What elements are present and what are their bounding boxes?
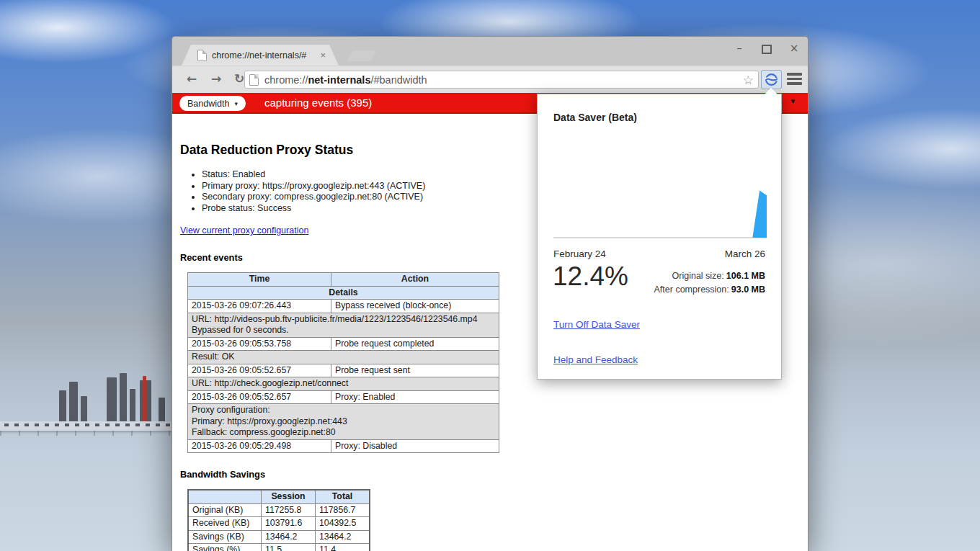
bookmark-star-icon[interactable]: ☆	[743, 73, 754, 87]
url-text: chrome://net-internals/#bandwidth	[264, 74, 743, 86]
event-action-cell: Probe request sent	[331, 364, 499, 377]
toolbar: ← → ↻ chrome://net-internals/#bandwidth …	[172, 66, 808, 93]
original-size-row: Original size:106.1 MB	[654, 269, 765, 283]
event-category-label: Bandwidth	[187, 99, 229, 109]
savings-column-header: Session	[262, 490, 316, 503]
data-saver-icon	[765, 73, 778, 86]
events-column-header: Time	[188, 273, 331, 287]
url-scheme: chrome://	[264, 74, 308, 86]
events-table-head: TimeActionDetails	[188, 273, 499, 300]
window-controls: – ×	[733, 42, 801, 55]
turn-off-data-saver-link[interactable]: Turn Off Data Saver	[553, 319, 640, 330]
data-saver-popup: Data Saver (Beta) February 24 March 26 1…	[537, 94, 782, 380]
savings-cell: 104392.5	[316, 517, 370, 531]
maximize-button[interactable]	[760, 42, 773, 55]
savings-cell: 103791.6	[262, 517, 316, 531]
tab-close-button[interactable]: ×	[320, 50, 326, 61]
savings-table: SessionTotal Original (KB)117255.8117856…	[187, 489, 370, 551]
help-feedback-link[interactable]: Help and Feedback	[553, 354, 638, 365]
event-detail-cell: URL: http://check.googlezip.net/connect	[188, 377, 499, 391]
page-icon	[249, 74, 259, 86]
savings-cell: 11.4	[316, 544, 370, 551]
pier	[0, 421, 174, 431]
event-time-cell: 2015-03-26 09:07:26.443	[188, 300, 331, 313]
savings-table-head: SessionTotal	[188, 490, 370, 503]
event-category-select[interactable]: Bandwidth ▾	[179, 96, 246, 111]
savings-cell: 117255.8	[262, 503, 316, 517]
reload-button[interactable]: ↻	[234, 71, 244, 86]
event-detail-cell: Result: OK	[188, 351, 499, 364]
event-row: 2015-03-26 09:07:26.443Bypass received (…	[188, 300, 499, 313]
event-row: 2015-03-26 09:05:29.498Proxy: Disabled	[188, 439, 499, 453]
details-header: Details	[188, 286, 499, 300]
event-detail-cell: Proxy configuration:Primary: https://pro…	[188, 404, 499, 440]
savings-cell: 11.5	[262, 544, 316, 551]
event-detail-row: URL: http://videos-pub.ftv-publicite.fr/…	[188, 313, 499, 337]
event-detail-row: URL: http://check.googlezip.net/connect	[188, 377, 499, 391]
compressed-size-label: After compression:	[654, 285, 729, 295]
tab-title: chrome://net-internals/#	[212, 50, 317, 61]
usage-chart	[553, 187, 767, 239]
popup-title: Data Saver (Beta)	[553, 112, 637, 123]
view-proxy-config-link[interactable]: View current proxy configuration	[180, 225, 308, 236]
original-size-label: Original size:	[672, 271, 724, 281]
savings-cell: Savings (%)	[188, 544, 262, 551]
savings-cell: 117856.7	[316, 503, 370, 517]
savings-column-header	[188, 490, 262, 503]
event-action-cell: Probe request completed	[331, 337, 499, 351]
savings-row: Received (KB)103791.6104392.5	[188, 517, 370, 531]
city-skyline	[50, 373, 191, 425]
event-action-cell: Proxy: Enabled	[331, 390, 499, 404]
minimize-button[interactable]: –	[733, 42, 746, 55]
tab-net-internals[interactable]: chrome://net-internals/# ×	[182, 45, 339, 66]
bandwidth-savings-heading: Bandwidth Savings	[180, 469, 808, 480]
events-column-header: Action	[331, 273, 499, 287]
event-time-cell: 2015-03-26 09:05:29.498	[188, 439, 331, 453]
events-subheader-row: Details	[188, 286, 499, 300]
event-time-cell: 2015-03-26 09:05:52.657	[188, 390, 331, 404]
events-header-row: TimeAction	[188, 273, 499, 287]
original-size-value: 106.1 MB	[726, 271, 765, 281]
event-row: 2015-03-26 09:05:52.657Proxy: Enabled	[188, 390, 499, 404]
url-host: net-internals	[308, 74, 370, 86]
event-action-cell: Bypass received (block-once)	[331, 300, 499, 313]
event-row: 2015-03-26 09:05:52.657Probe request sen…	[188, 364, 499, 377]
capturing-status: capturing events (395)	[264, 93, 372, 112]
forward-button[interactable]: →	[211, 71, 221, 86]
close-button[interactable]: ×	[788, 42, 801, 55]
event-row: 2015-03-26 09:05:53.758Probe request com…	[188, 337, 499, 351]
back-button[interactable]: ←	[187, 71, 197, 86]
popup-notch-icon	[765, 88, 778, 94]
url-fragment: /#bandwidth	[370, 74, 427, 86]
savings-row: Original (KB)117255.8117856.7	[188, 503, 370, 517]
chart-date-range: February 24 March 26	[553, 248, 765, 259]
savings-cell: Received (KB)	[188, 517, 262, 531]
event-detail-cell: URL: http://videos-pub.ftv-publicite.fr/…	[188, 313, 499, 337]
savings-percent: 12.4%	[553, 261, 628, 292]
event-time-cell: 2015-03-26 09:05:52.657	[188, 364, 331, 377]
tab-strip: chrome://net-internals/# × – ×	[172, 37, 808, 66]
savings-column-header: Total	[316, 490, 370, 503]
chart-start-date: February 24	[553, 248, 606, 259]
tab-favicon-icon	[197, 50, 207, 61]
menu-icon[interactable]	[787, 73, 802, 87]
data-saver-extension-button[interactable]	[761, 70, 782, 89]
event-time-cell: 2015-03-26 09:05:53.758	[188, 337, 331, 351]
savings-row: Savings (%)11.511.4	[188, 544, 370, 551]
savings-cell: 13464.2	[262, 530, 316, 544]
event-detail-row: Proxy configuration:Primary: https://pro…	[188, 404, 499, 440]
savings-header-row: SessionTotal	[188, 490, 370, 503]
savings-cell: 13464.2	[316, 530, 370, 544]
size-stats: Original size:106.1 MB After compression…	[654, 269, 765, 296]
events-table: TimeActionDetails 2015-03-26 09:07:26.44…	[187, 272, 499, 453]
compressed-size-value: 93.0 MB	[731, 285, 765, 295]
new-tab-button[interactable]	[347, 50, 377, 61]
maximize-icon	[762, 45, 772, 54]
event-detail-row: Result: OK	[188, 351, 499, 364]
chevron-down-icon: ▾	[234, 100, 238, 107]
savings-table-body: Original (KB)117255.8117856.7Received (K…	[188, 503, 370, 551]
address-bar[interactable]: chrome://net-internals/#bandwidth ☆	[244, 71, 759, 89]
capture-bar-caret-icon[interactable]: ▾	[790, 97, 795, 106]
events-table-body: 2015-03-26 09:07:26.443Bypass received (…	[188, 300, 499, 453]
event-action-cell: Proxy: Disabled	[331, 439, 499, 453]
